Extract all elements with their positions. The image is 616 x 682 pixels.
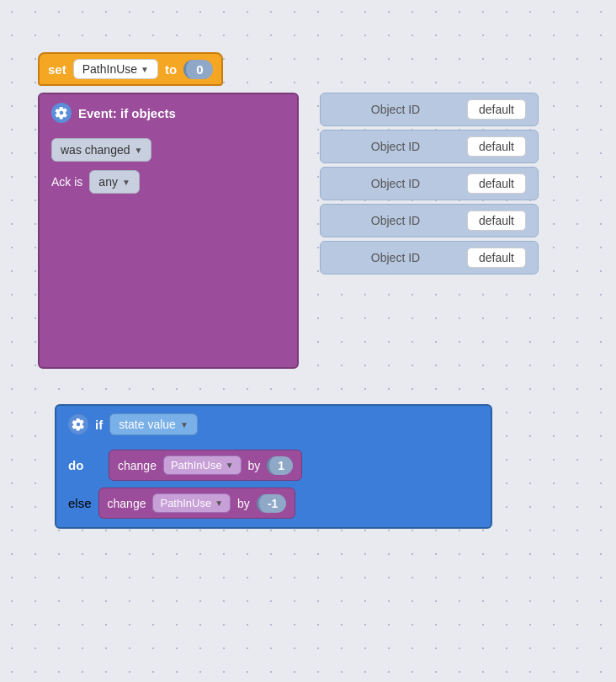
object-id-label-2: Object ID	[332, 140, 459, 153]
if-header: if state value ▼	[56, 406, 491, 443]
ack-row: Ack is any ▼	[51, 170, 285, 194]
event-body: was changed ▼ Ack is any ▼	[40, 131, 297, 367]
event-header: Event: if objects	[40, 94, 297, 131]
object-id-label-1: Object ID	[332, 103, 459, 116]
object-id-row-1: Object ID default	[320, 93, 539, 126]
else-label: else	[68, 496, 92, 510]
change-label-2: change	[108, 497, 146, 510]
change-label-1: change	[118, 459, 157, 472]
object-id-value-5[interactable]: default	[467, 248, 526, 268]
change-pill-2: change PathInUse ▼ by -1	[98, 488, 296, 519]
value-pill[interactable]: 0	[183, 60, 213, 79]
ack-arrow-icon: ▼	[122, 178, 130, 187]
set-label: set	[48, 62, 66, 77]
event-block: Event: if objects was changed ▼ Ack is a…	[38, 93, 299, 369]
set-block: set PathInUse ▼ to 0	[38, 52, 223, 86]
was-changed-dropdown[interactable]: was changed ▼	[51, 138, 151, 162]
value-pill-1[interactable]: 1	[267, 456, 293, 475]
object-id-row-4: Object ID default	[320, 204, 539, 237]
if-gear-icon	[68, 414, 88, 434]
do-label: do	[68, 458, 102, 472]
object-id-group: Object ID default Object ID default Obje…	[320, 93, 539, 274]
by-label-1: by	[248, 459, 261, 472]
value-pill-2[interactable]: -1	[257, 494, 286, 513]
var1-arrow-icon: ▼	[226, 461, 234, 470]
var-dropdown[interactable]: PathInUse ▼	[73, 59, 158, 79]
gear-icon	[51, 103, 72, 123]
ack-dropdown[interactable]: any ▼	[89, 170, 139, 194]
else-row: else change PathInUse ▼ by -1	[56, 484, 491, 527]
event-label: Event: if objects	[78, 106, 176, 120]
object-id-row-2: Object ID default	[320, 130, 539, 163]
object-id-row-3: Object ID default	[320, 167, 539, 200]
was-changed-arrow-icon: ▼	[135, 146, 143, 155]
to-label: to	[165, 62, 177, 77]
was-changed-row: was changed ▼	[51, 138, 285, 162]
dropdown-arrow-icon: ▼	[141, 65, 149, 74]
object-id-row-5: Object ID default	[320, 241, 539, 274]
var2-arrow-icon: ▼	[215, 498, 223, 508]
object-id-label-3: Object ID	[332, 177, 459, 190]
do-row: do change PathInUse ▼ by 1	[56, 443, 491, 484]
if-label: if	[95, 418, 103, 432]
object-id-label-4: Object ID	[332, 214, 459, 227]
by-label-2: by	[237, 497, 250, 510]
object-id-value-4[interactable]: default	[467, 210, 526, 231]
object-id-value-2[interactable]: default	[467, 136, 526, 157]
ack-label: Ack is	[51, 175, 82, 189]
workspace: set PathInUse ▼ to 0 Object ID default O…	[0, 0, 616, 682]
if-condition-arrow-icon: ▼	[180, 420, 189, 429]
if-block: if state value ▼ do change PathInUse ▼ b…	[55, 404, 492, 529]
object-id-value-1[interactable]: default	[467, 99, 526, 120]
change-pill-1: change PathInUse ▼ by 1	[109, 450, 302, 481]
var-dropdown-2[interactable]: PathInUse ▼	[152, 493, 231, 513]
object-id-value-3[interactable]: default	[467, 173, 526, 194]
var-dropdown-1[interactable]: PathInUse ▼	[163, 456, 242, 475]
object-id-label-5: Object ID	[332, 251, 459, 264]
if-condition-dropdown[interactable]: state value ▼	[109, 413, 198, 435]
